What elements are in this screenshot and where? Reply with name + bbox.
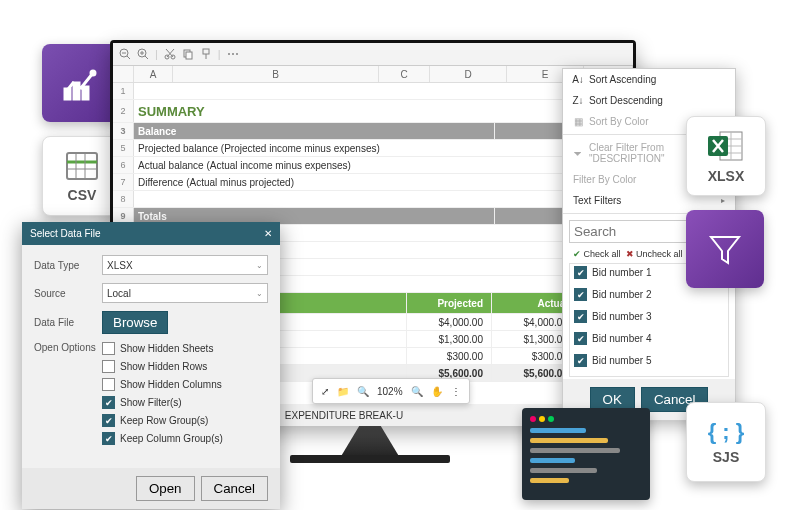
proj-header: Projected <box>406 293 491 313</box>
balance-header: Balance <box>134 123 494 139</box>
floating-toolbar: ⤢ 📁 🔍 102% 🔍 ✋ ⋮ <box>312 378 470 404</box>
svg-rect-21 <box>186 52 192 59</box>
funnel-icon <box>705 229 745 269</box>
svg-rect-22 <box>203 49 209 54</box>
chk-hidden-sheets[interactable] <box>102 342 115 355</box>
app-toolbar: | | <box>113 43 633 66</box>
select-data-dialog: Select Data File✕ Data TypeXLSX⌄ SourceL… <box>22 222 280 509</box>
filter-item[interactable]: Bid number 4 <box>592 333 651 344</box>
cut-icon[interactable] <box>164 48 176 60</box>
svg-point-24 <box>232 53 234 55</box>
code-tile <box>522 408 650 500</box>
svg-rect-4 <box>67 153 97 179</box>
zoom-in-icon[interactable] <box>137 48 149 60</box>
svg-rect-1 <box>74 83 79 99</box>
source-select[interactable]: Local⌄ <box>102 283 268 303</box>
excel-icon <box>706 128 746 164</box>
browse-button[interactable]: Browse <box>102 311 168 334</box>
filter-item[interactable]: Bid number 1 <box>592 267 651 278</box>
copy-icon[interactable] <box>182 48 194 60</box>
svg-line-10 <box>127 56 130 59</box>
chk-hidden-rows[interactable] <box>102 360 115 373</box>
sjs-icon: { ; } <box>708 419 745 445</box>
more-icon[interactable]: ⋮ <box>451 386 461 397</box>
chk-hidden-cols[interactable] <box>102 378 115 391</box>
cancel-button[interactable]: Cancel <box>201 476 269 501</box>
analytics-tile <box>42 44 120 122</box>
chk-row-groups[interactable]: ✔ <box>102 414 115 427</box>
svg-line-18 <box>167 49 174 57</box>
svg-point-23 <box>228 53 230 55</box>
col-B[interactable]: B <box>173 66 379 82</box>
svg-rect-2 <box>83 87 88 99</box>
zoom-level: 102% <box>377 386 403 397</box>
filter-tile <box>686 210 764 288</box>
dialog-title: Select Data File <box>30 228 101 239</box>
paint-icon[interactable] <box>200 48 212 60</box>
filter-item[interactable]: Bid number 3 <box>592 311 651 322</box>
summary-title: SUMMARY <box>134 100 633 122</box>
sort-asc[interactable]: A↓Sort Ascending <box>563 69 735 90</box>
svg-rect-0 <box>65 89 70 99</box>
col-A[interactable]: A <box>134 66 173 82</box>
balance-row: Projected balance (Projected income minu… <box>134 140 633 156</box>
expand-icon[interactable]: ⤢ <box>321 386 329 397</box>
col-C[interactable]: C <box>379 66 430 82</box>
hand-icon[interactable]: ✋ <box>431 386 443 397</box>
svg-point-3 <box>91 71 95 75</box>
col-D[interactable]: D <box>430 66 507 82</box>
monitor-stand <box>340 423 400 458</box>
xlsx-label: XLSX <box>708 168 745 184</box>
svg-line-13 <box>145 56 148 59</box>
column-headers: A B C D E F <box>113 66 633 83</box>
balance-row: Actual balance (Actual income minus expe… <box>134 157 633 173</box>
tab-expenditure[interactable]: EXPENDITURE BREAK-U <box>276 407 412 424</box>
chk-filters[interactable]: ✔ <box>102 396 115 409</box>
sort-desc[interactable]: Z↓Sort Descending <box>563 90 735 111</box>
zoom-out-icon[interactable]: 🔍 <box>357 386 369 397</box>
svg-point-25 <box>236 53 238 55</box>
datatype-select[interactable]: XLSX⌄ <box>102 255 268 275</box>
svg-line-19 <box>166 49 173 57</box>
more-icon[interactable] <box>227 48 239 60</box>
filter-item[interactable]: Bid number 5 <box>592 355 651 366</box>
close-icon[interactable]: ✕ <box>264 228 272 239</box>
monitor-base <box>290 455 450 463</box>
csv-label: CSV <box>68 187 97 203</box>
sjs-label: SJS <box>713 449 739 465</box>
zoom-in-icon[interactable]: 🔍 <box>411 386 423 397</box>
zoom-out-icon[interactable] <box>119 48 131 60</box>
open-button[interactable]: Open <box>136 476 195 501</box>
chart-icon <box>59 61 103 105</box>
balance-row: Difference (Actual minus projected) <box>134 174 633 190</box>
csv-file-icon <box>63 149 101 183</box>
folder-icon[interactable]: 📁 <box>337 386 349 397</box>
filter-item[interactable]: Bid number 2 <box>592 289 651 300</box>
sjs-tile: { ; } SJS <box>686 402 766 482</box>
chk-col-groups[interactable]: ✔ <box>102 432 115 445</box>
xlsx-tile: XLSX <box>686 116 766 196</box>
